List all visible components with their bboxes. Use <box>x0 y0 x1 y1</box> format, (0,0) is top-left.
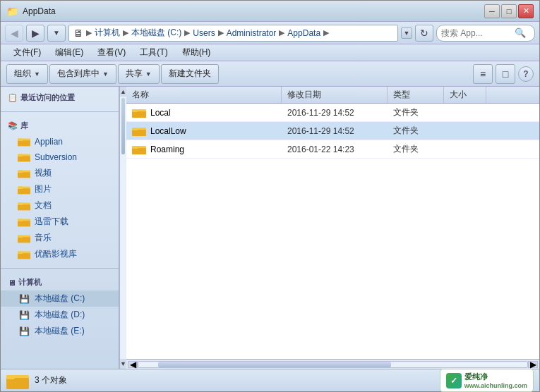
dropdown-button[interactable]: ▼ <box>47 25 66 42</box>
file-row-roaming[interactable]: Roaming 2016-01-22 14:23 文件夹 <box>126 140 539 159</box>
new-folder-label: 新建文件夹 <box>169 68 211 80</box>
sidebar-scroll-thumb[interactable] <box>121 98 125 154</box>
search-input[interactable] <box>441 28 512 38</box>
sidebar-computer-section: 🖥 计算机 💾 本地磁盘 (C:) 💾 本地磁盘 (D:) 💾 本地磁盘 (E:… <box>1 271 119 342</box>
share-button[interactable]: 共享 ▼ <box>118 64 160 84</box>
sidebar-item-youku[interactable]: 优酷影视库 <box>1 246 119 262</box>
sidebar-item-drive-e[interactable]: 💾 本地磁盘 (E:) <box>1 323 119 339</box>
computer-header-label: 计算机 <box>18 277 42 288</box>
menu-view[interactable]: 查看(V) <box>90 45 133 60</box>
sidebar-item-docs[interactable]: 文档 <box>1 197 119 214</box>
sidebar-library-header[interactable]: 📚 库 <box>1 118 119 134</box>
col-header-type[interactable]: 类型 <box>388 87 444 103</box>
sidebar-item-docs-label: 文档 <box>35 200 52 212</box>
file-date-local: 2016-11-29 14:52 <box>282 108 388 118</box>
sidebar-item-music[interactable]: 音乐 <box>1 230 119 246</box>
file-type-locallow: 文件夹 <box>388 125 444 137</box>
hscroll-right[interactable]: ▶ <box>528 361 538 368</box>
view-icon: ≡ <box>480 68 486 80</box>
view-toggle-button[interactable]: ≡ <box>473 64 493 84</box>
sidebar-scroll-up[interactable]: ▲ <box>120 87 126 97</box>
svg-rect-13 <box>18 204 30 210</box>
svg-rect-20 <box>18 235 23 238</box>
refresh-button[interactable]: ↻ <box>415 25 433 42</box>
include-library-button[interactable]: 包含到库中 ▼ <box>49 64 116 84</box>
sidebar-recent-header[interactable]: 📋 最近访问的位置 <box>1 90 119 106</box>
computer-icon: 🖥 <box>8 278 16 287</box>
sidebar-item-drive-d[interactable]: 💾 本地磁盘 (D:) <box>1 307 119 323</box>
path-drive[interactable]: 本地磁盘 (C:) <box>131 27 181 39</box>
back-button[interactable]: ◀ <box>5 25 23 42</box>
hscroll-thumb[interactable] <box>158 362 392 367</box>
sidebar-item-pictures[interactable]: 图片 <box>1 181 119 197</box>
sidebar-item-downloads[interactable]: 迅雷下载 <box>1 214 119 230</box>
file-name-locallow: LocalLow <box>126 125 282 137</box>
organize-button[interactable]: 组织 ▼ <box>6 64 48 84</box>
svg-rect-16 <box>18 221 30 226</box>
minimize-button[interactable]: ─ <box>484 4 500 18</box>
path-dropdown[interactable]: ▼ <box>401 27 412 39</box>
svg-rect-26 <box>132 109 138 112</box>
svg-rect-8 <box>18 170 23 173</box>
watermark-area: ✓ 爱纯净 www.aichunling.com <box>440 369 534 392</box>
path-computer[interactable]: 计算机 <box>95 27 120 39</box>
svg-rect-19 <box>18 237 30 243</box>
col-date-label: 修改日期 <box>287 89 321 101</box>
file-name-local: Local <box>126 107 282 118</box>
file-row-locallow[interactable]: LocalLow 2016-11-29 14:52 文件夹 <box>126 122 539 140</box>
col-header-size[interactable]: 大小 <box>444 87 486 103</box>
sidebar-item-applian[interactable]: Applian <box>1 134 119 149</box>
sidebar-item-video[interactable]: 视频 <box>1 165 119 181</box>
col-header-name[interactable]: 名称 <box>126 87 282 103</box>
roaming-folder-icon <box>132 144 146 155</box>
sidebar-scroll-track <box>120 97 126 359</box>
col-header-date[interactable]: 修改日期 <box>282 87 388 103</box>
close-button[interactable]: ✕ <box>518 4 534 18</box>
path-users[interactable]: Users <box>193 28 215 38</box>
new-folder-button[interactable]: 新建文件夹 <box>161 64 219 84</box>
window-title: AppData <box>23 6 56 16</box>
locallow-folder-icon <box>132 125 146 137</box>
sidebar-item-drive-e-label: 本地磁盘 (E:) <box>35 325 85 337</box>
file-row-local[interactable]: Local 2016-11-29 14:52 文件夹 <box>126 104 539 122</box>
organize-label: 组织 <box>14 68 31 80</box>
menu-edit[interactable]: 编辑(E) <box>48 45 90 60</box>
path-appdata[interactable]: AppData <box>287 28 320 38</box>
sidebar-computer-header[interactable]: 🖥 计算机 <box>1 274 119 290</box>
address-path: 🖥 ▶ 计算机 ▶ 本地磁盘 (C:) ▶ Users ▶ Administra… <box>68 25 398 42</box>
subversion-folder-icon <box>18 152 30 163</box>
maximize-button[interactable]: □ <box>501 4 517 18</box>
svg-rect-1 <box>18 140 30 146</box>
forward-button[interactable]: ▶ <box>26 25 44 42</box>
search-icon[interactable]: 🔍 <box>515 27 526 38</box>
view-square-button[interactable]: □ <box>496 64 515 84</box>
watermark-text: 爱纯净 www.aichunling.com <box>464 372 527 389</box>
include-arrow: ▼ <box>102 71 109 78</box>
sidebar-item-drive-c[interactable]: 💾 本地磁盘 (C:) <box>1 290 119 307</box>
hscroll-left[interactable]: ◀ <box>128 361 138 368</box>
sidebar-scroll-down[interactable]: ▼ <box>120 359 126 369</box>
svg-rect-35 <box>6 375 15 379</box>
toolbar: 组织 ▼ 包含到库中 ▼ 共享 ▼ 新建文件夹 ≡ □ ? <box>1 61 539 87</box>
svg-rect-31 <box>132 148 146 154</box>
menu-tools[interactable]: 工具(T) <box>133 45 174 60</box>
watermark-site: www.aichunling.com <box>464 382 527 389</box>
docs-folder-icon <box>18 200 30 212</box>
youku-folder-icon <box>18 249 30 260</box>
watermark-logo: ✓ <box>446 373 462 388</box>
sidebar-item-drive-d-label: 本地磁盘 (D:) <box>35 309 85 321</box>
sidebar: 📋 最近访问的位置 📚 库 Applian <box>1 87 119 369</box>
sidebar-recent-section: 📋 最近访问的位置 <box>1 87 119 109</box>
menu-file[interactable]: 文件(F) <box>6 45 48 60</box>
status-folder-area <box>6 371 29 391</box>
svg-rect-28 <box>132 130 146 136</box>
pictures-folder-icon <box>18 184 30 195</box>
sidebar-item-youku-label: 优酷影视库 <box>35 248 77 260</box>
local-name-label: Local <box>150 108 171 118</box>
menu-help[interactable]: 帮助(H) <box>175 45 218 60</box>
help-button[interactable]: ? <box>518 66 534 82</box>
music-folder-icon <box>18 233 30 244</box>
svg-rect-4 <box>18 156 30 161</box>
path-admin[interactable]: Administrator <box>227 28 277 38</box>
sidebar-item-subversion[interactable]: Subversion <box>1 149 119 165</box>
